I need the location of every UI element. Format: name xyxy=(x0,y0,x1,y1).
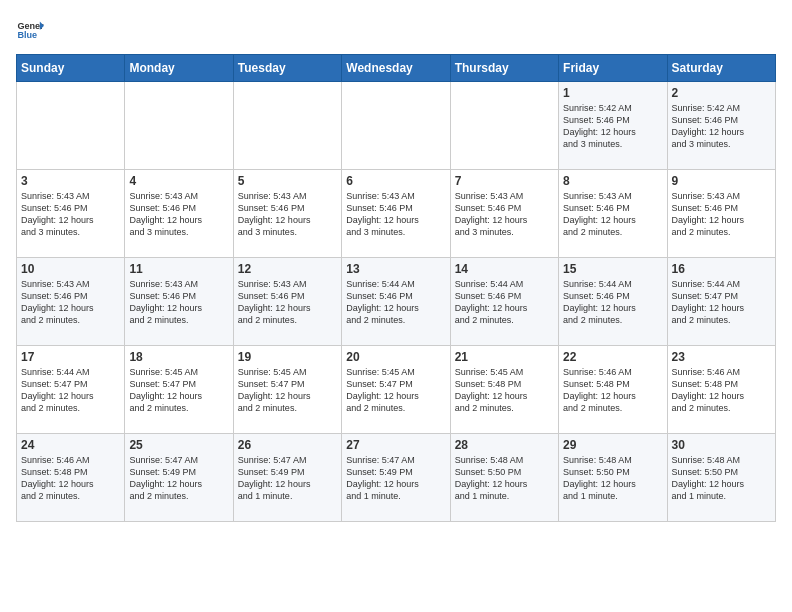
day-info-17: Sunrise: 5:44 AM Sunset: 5:47 PM Dayligh… xyxy=(21,366,120,415)
cell-4-2: 26Sunrise: 5:47 AM Sunset: 5:49 PM Dayli… xyxy=(233,434,341,522)
day-info-5: Sunrise: 5:43 AM Sunset: 5:46 PM Dayligh… xyxy=(238,190,337,239)
day-info-15: Sunrise: 5:44 AM Sunset: 5:46 PM Dayligh… xyxy=(563,278,662,327)
day-number-30: 30 xyxy=(672,438,771,452)
day-info-13: Sunrise: 5:44 AM Sunset: 5:46 PM Dayligh… xyxy=(346,278,445,327)
day-number-24: 24 xyxy=(21,438,120,452)
day-info-6: Sunrise: 5:43 AM Sunset: 5:46 PM Dayligh… xyxy=(346,190,445,239)
day-number-1: 1 xyxy=(563,86,662,100)
day-number-20: 20 xyxy=(346,350,445,364)
day-number-16: 16 xyxy=(672,262,771,276)
day-number-23: 23 xyxy=(672,350,771,364)
day-info-30: Sunrise: 5:48 AM Sunset: 5:50 PM Dayligh… xyxy=(672,454,771,503)
cell-0-2 xyxy=(233,82,341,170)
logo-icon: General Blue xyxy=(16,16,44,44)
cell-2-4: 14Sunrise: 5:44 AM Sunset: 5:46 PM Dayli… xyxy=(450,258,558,346)
cell-2-1: 11Sunrise: 5:43 AM Sunset: 5:46 PM Dayli… xyxy=(125,258,233,346)
cell-4-0: 24Sunrise: 5:46 AM Sunset: 5:48 PM Dayli… xyxy=(17,434,125,522)
day-info-16: Sunrise: 5:44 AM Sunset: 5:47 PM Dayligh… xyxy=(672,278,771,327)
svg-text:Blue: Blue xyxy=(17,30,37,40)
day-info-20: Sunrise: 5:45 AM Sunset: 5:47 PM Dayligh… xyxy=(346,366,445,415)
calendar-table: SundayMondayTuesdayWednesdayThursdayFrid… xyxy=(16,54,776,522)
day-info-1: Sunrise: 5:42 AM Sunset: 5:46 PM Dayligh… xyxy=(563,102,662,151)
day-info-24: Sunrise: 5:46 AM Sunset: 5:48 PM Dayligh… xyxy=(21,454,120,503)
calendar-header: SundayMondayTuesdayWednesdayThursdayFrid… xyxy=(17,55,776,82)
week-row-4: 17Sunrise: 5:44 AM Sunset: 5:47 PM Dayli… xyxy=(17,346,776,434)
day-number-8: 8 xyxy=(563,174,662,188)
cell-3-6: 23Sunrise: 5:46 AM Sunset: 5:48 PM Dayli… xyxy=(667,346,775,434)
day-info-2: Sunrise: 5:42 AM Sunset: 5:46 PM Dayligh… xyxy=(672,102,771,151)
day-number-11: 11 xyxy=(129,262,228,276)
cell-0-3 xyxy=(342,82,450,170)
cell-1-0: 3Sunrise: 5:43 AM Sunset: 5:46 PM Daylig… xyxy=(17,170,125,258)
day-info-28: Sunrise: 5:48 AM Sunset: 5:50 PM Dayligh… xyxy=(455,454,554,503)
day-info-12: Sunrise: 5:43 AM Sunset: 5:46 PM Dayligh… xyxy=(238,278,337,327)
week-row-5: 24Sunrise: 5:46 AM Sunset: 5:48 PM Dayli… xyxy=(17,434,776,522)
day-number-7: 7 xyxy=(455,174,554,188)
cell-0-0 xyxy=(17,82,125,170)
header-wednesday: Wednesday xyxy=(342,55,450,82)
day-info-10: Sunrise: 5:43 AM Sunset: 5:46 PM Dayligh… xyxy=(21,278,120,327)
cell-4-4: 28Sunrise: 5:48 AM Sunset: 5:50 PM Dayli… xyxy=(450,434,558,522)
cell-0-5: 1Sunrise: 5:42 AM Sunset: 5:46 PM Daylig… xyxy=(559,82,667,170)
day-number-18: 18 xyxy=(129,350,228,364)
day-info-14: Sunrise: 5:44 AM Sunset: 5:46 PM Dayligh… xyxy=(455,278,554,327)
cell-1-3: 6Sunrise: 5:43 AM Sunset: 5:46 PM Daylig… xyxy=(342,170,450,258)
day-number-9: 9 xyxy=(672,174,771,188)
cell-1-4: 7Sunrise: 5:43 AM Sunset: 5:46 PM Daylig… xyxy=(450,170,558,258)
day-number-2: 2 xyxy=(672,86,771,100)
day-number-4: 4 xyxy=(129,174,228,188)
cell-3-0: 17Sunrise: 5:44 AM Sunset: 5:47 PM Dayli… xyxy=(17,346,125,434)
day-info-11: Sunrise: 5:43 AM Sunset: 5:46 PM Dayligh… xyxy=(129,278,228,327)
day-info-29: Sunrise: 5:48 AM Sunset: 5:50 PM Dayligh… xyxy=(563,454,662,503)
day-number-22: 22 xyxy=(563,350,662,364)
calendar-body: 1Sunrise: 5:42 AM Sunset: 5:46 PM Daylig… xyxy=(17,82,776,522)
cell-2-6: 16Sunrise: 5:44 AM Sunset: 5:47 PM Dayli… xyxy=(667,258,775,346)
cell-3-2: 19Sunrise: 5:45 AM Sunset: 5:47 PM Dayli… xyxy=(233,346,341,434)
day-info-9: Sunrise: 5:43 AM Sunset: 5:46 PM Dayligh… xyxy=(672,190,771,239)
header-monday: Monday xyxy=(125,55,233,82)
day-info-4: Sunrise: 5:43 AM Sunset: 5:46 PM Dayligh… xyxy=(129,190,228,239)
cell-3-5: 22Sunrise: 5:46 AM Sunset: 5:48 PM Dayli… xyxy=(559,346,667,434)
day-info-27: Sunrise: 5:47 AM Sunset: 5:49 PM Dayligh… xyxy=(346,454,445,503)
day-number-6: 6 xyxy=(346,174,445,188)
week-row-3: 10Sunrise: 5:43 AM Sunset: 5:46 PM Dayli… xyxy=(17,258,776,346)
day-number-3: 3 xyxy=(21,174,120,188)
cell-4-6: 30Sunrise: 5:48 AM Sunset: 5:50 PM Dayli… xyxy=(667,434,775,522)
cell-1-2: 5Sunrise: 5:43 AM Sunset: 5:46 PM Daylig… xyxy=(233,170,341,258)
day-info-18: Sunrise: 5:45 AM Sunset: 5:47 PM Dayligh… xyxy=(129,366,228,415)
week-row-2: 3Sunrise: 5:43 AM Sunset: 5:46 PM Daylig… xyxy=(17,170,776,258)
day-number-10: 10 xyxy=(21,262,120,276)
day-info-8: Sunrise: 5:43 AM Sunset: 5:46 PM Dayligh… xyxy=(563,190,662,239)
day-info-22: Sunrise: 5:46 AM Sunset: 5:48 PM Dayligh… xyxy=(563,366,662,415)
header-sunday: Sunday xyxy=(17,55,125,82)
week-row-1: 1Sunrise: 5:42 AM Sunset: 5:46 PM Daylig… xyxy=(17,82,776,170)
cell-3-3: 20Sunrise: 5:45 AM Sunset: 5:47 PM Dayli… xyxy=(342,346,450,434)
day-number-12: 12 xyxy=(238,262,337,276)
day-number-14: 14 xyxy=(455,262,554,276)
day-number-28: 28 xyxy=(455,438,554,452)
cell-3-1: 18Sunrise: 5:45 AM Sunset: 5:47 PM Dayli… xyxy=(125,346,233,434)
day-number-26: 26 xyxy=(238,438,337,452)
header-tuesday: Tuesday xyxy=(233,55,341,82)
day-info-25: Sunrise: 5:47 AM Sunset: 5:49 PM Dayligh… xyxy=(129,454,228,503)
cell-0-4 xyxy=(450,82,558,170)
day-number-5: 5 xyxy=(238,174,337,188)
cell-2-3: 13Sunrise: 5:44 AM Sunset: 5:46 PM Dayli… xyxy=(342,258,450,346)
day-number-17: 17 xyxy=(21,350,120,364)
day-number-19: 19 xyxy=(238,350,337,364)
day-info-19: Sunrise: 5:45 AM Sunset: 5:47 PM Dayligh… xyxy=(238,366,337,415)
cell-2-2: 12Sunrise: 5:43 AM Sunset: 5:46 PM Dayli… xyxy=(233,258,341,346)
cell-4-5: 29Sunrise: 5:48 AM Sunset: 5:50 PM Dayli… xyxy=(559,434,667,522)
day-info-23: Sunrise: 5:46 AM Sunset: 5:48 PM Dayligh… xyxy=(672,366,771,415)
logo: General Blue xyxy=(16,16,48,44)
day-info-21: Sunrise: 5:45 AM Sunset: 5:48 PM Dayligh… xyxy=(455,366,554,415)
day-info-7: Sunrise: 5:43 AM Sunset: 5:46 PM Dayligh… xyxy=(455,190,554,239)
cell-4-3: 27Sunrise: 5:47 AM Sunset: 5:49 PM Dayli… xyxy=(342,434,450,522)
day-number-13: 13 xyxy=(346,262,445,276)
day-number-25: 25 xyxy=(129,438,228,452)
cell-1-1: 4Sunrise: 5:43 AM Sunset: 5:46 PM Daylig… xyxy=(125,170,233,258)
cell-4-1: 25Sunrise: 5:47 AM Sunset: 5:49 PM Dayli… xyxy=(125,434,233,522)
day-info-26: Sunrise: 5:47 AM Sunset: 5:49 PM Dayligh… xyxy=(238,454,337,503)
cell-2-0: 10Sunrise: 5:43 AM Sunset: 5:46 PM Dayli… xyxy=(17,258,125,346)
header-saturday: Saturday xyxy=(667,55,775,82)
